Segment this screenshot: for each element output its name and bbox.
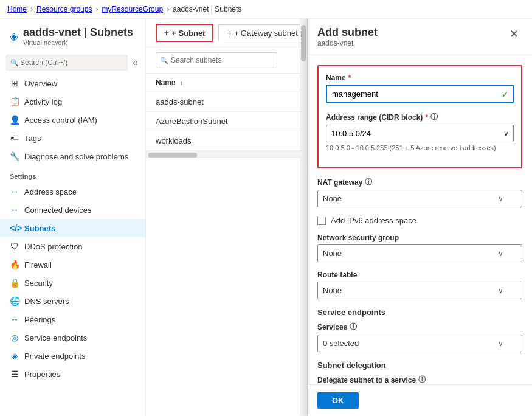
sidebar-item-firewall-label: Firewall [24, 260, 52, 269]
sidebar-item-tags[interactable]: 🏷 Tags [0, 129, 145, 147]
sidebar-item-connected-devices[interactable]: ↔ Connected devices [0, 201, 145, 219]
ok-button[interactable]: OK [317, 392, 359, 409]
breadcrumb: Home › Resource groups › myResourceGroup… [0, 0, 532, 19]
panel-body: Name * ✓ Address range (CIDR block) [308, 55, 532, 384]
panel-title: Add subnet [317, 26, 378, 39]
subnets-icon: </> [10, 223, 19, 233]
name-label: Name * [326, 74, 514, 82]
nat-gateway-info-icon[interactable]: ⓘ [365, 177, 372, 187]
sidebar-item-dns-label: DNS servers [24, 297, 69, 306]
sidebar-item-firewall[interactable]: 🔥 Firewall [0, 255, 145, 274]
add-gateway-icon: + [226, 28, 231, 38]
delegate-info-icon[interactable]: ⓘ [418, 375, 426, 384]
breadcrumb-resource-groups[interactable]: Resource groups [36, 5, 92, 13]
table-search-input[interactable] [156, 52, 277, 68]
sidebar-item-diagnose-label: Diagnose and solve problems [24, 152, 128, 161]
connected-devices-icon: ↔ [10, 205, 19, 215]
add-subnet-panel: Add subnet aadds-vnet ✕ Name * [307, 19, 532, 416]
add-subnet-label: + Subnet [171, 29, 205, 38]
content-area: + + Subnet + + Gateway subnet ↺ 🔍 [146, 19, 532, 416]
address-range-field-group: Address range (CIDR block) * ⓘ ∨ 10.0.5.… [326, 112, 514, 151]
tags-icon: 🏷 [10, 133, 19, 143]
firewall-icon: 🔥 [10, 260, 19, 269]
services-label: Services ⓘ [317, 322, 522, 332]
panel-header: Add subnet aadds-vnet ✕ [308, 19, 532, 55]
services-info-icon[interactable]: ⓘ [350, 322, 357, 332]
table-search-icon: 🔍 [160, 57, 168, 64]
address-range-info-icon[interactable]: ⓘ [430, 112, 438, 122]
nat-gateway-value: None [323, 194, 342, 203]
sidebar-item-address-space-label: Address space [24, 187, 77, 196]
ipv6-checkbox-row: Add IPv6 address space [317, 216, 522, 225]
sidebar-item-address-space[interactable]: ↔ Address space [0, 182, 145, 201]
route-table-field-group: Route table None ∨ [317, 271, 522, 299]
sidebar-title: aadds-vnet | Subnets [23, 26, 133, 39]
properties-icon: ☰ [10, 369, 19, 379]
nsg-dropdown-arrow: ∨ [498, 249, 503, 258]
route-table-label: Route table [317, 271, 522, 279]
sidebar-item-subnets-label: Subnets [24, 224, 55, 233]
route-table-value: None [323, 286, 342, 295]
add-subnet-icon: + [164, 28, 169, 38]
address-range-hint: 10.0.5.0 - 10.0.5.255 (251 + 5 Azure res… [326, 144, 514, 151]
sidebar-item-connected-devices-label: Connected devices [24, 206, 92, 215]
sidebar-item-service-endpoints-label: Service endpoints [24, 333, 87, 342]
sidebar-item-private-endpoints[interactable]: ◈ Private endpoints [0, 347, 145, 365]
sort-name-icon: ↕ [180, 80, 183, 86]
main-layout: ◈ aadds-vnet | Subnets Virtual network 🔍… [0, 19, 532, 416]
panel-close-button[interactable]: ✕ [506, 26, 522, 42]
ddos-icon: 🛡 [10, 241, 19, 251]
services-dropdown[interactable]: 0 selected ∨ [317, 335, 522, 352]
sidebar-item-properties[interactable]: ☰ Properties [0, 365, 145, 383]
dns-icon: 🌐 [10, 296, 19, 306]
nsg-field-group: Network security group None ∨ [317, 234, 522, 262]
sidebar: ◈ aadds-vnet | Subnets Virtual network 🔍… [0, 19, 146, 416]
delegate-label: Delegate subnet to a service ⓘ [317, 375, 522, 384]
route-table-dropdown[interactable]: None ∨ [317, 282, 522, 299]
sidebar-collapse-button[interactable]: « [130, 55, 140, 71]
sidebar-item-activity-log[interactable]: 📋 Activity log [0, 92, 145, 111]
add-subnet-button[interactable]: + + Subnet [156, 24, 213, 42]
add-gateway-subnet-button[interactable]: + + Gateway subnet [218, 24, 305, 41]
sidebar-item-access-control-label: Access control (IAM) [24, 116, 97, 125]
sidebar-item-peerings[interactable]: ↔ Peerings [0, 310, 145, 328]
address-range-input[interactable] [326, 125, 514, 142]
access-control-icon: 👤 [10, 115, 19, 125]
panel-subtitle: aadds-vnet [317, 39, 378, 47]
sidebar-item-subnets[interactable]: </> Subnets [0, 219, 145, 237]
sidebar-item-security[interactable]: 🔒 Security [0, 274, 145, 292]
sidebar-item-tags-label: Tags [24, 134, 41, 143]
name-field-group: Name * ✓ [326, 74, 514, 103]
sidebar-item-service-endpoints[interactable]: ◎ Service endpoints [0, 328, 145, 347]
vnet-icon: ◈ [10, 30, 18, 43]
settings-section-label: Settings [0, 165, 145, 182]
private-endpoints-icon: ◈ [10, 351, 19, 361]
ipv6-checkbox[interactable] [317, 217, 326, 225]
sidebar-item-diagnose[interactable]: 🔧 Diagnose and solve problems [0, 147, 145, 165]
nsg-value: None [323, 249, 342, 258]
sidebar-item-dns[interactable]: 🌐 DNS servers [0, 292, 145, 310]
nat-gateway-label: NAT gateway ⓘ [317, 177, 522, 187]
subnet-delegation-field-group: Subnet delegation Delegate subnet to a s… [317, 361, 522, 384]
sidebar-search-icon: 🔍 [10, 59, 19, 67]
ipv6-label: Add IPv6 address space [331, 216, 416, 225]
horizontal-scrollbar-thumb [148, 153, 197, 158]
service-endpoints-section-label: Service endpoints [317, 308, 522, 317]
name-input[interactable] [326, 85, 514, 103]
address-range-dropdown-icon: ∨ [503, 130, 509, 138]
subnet-delegation-section-label: Subnet delegation [317, 361, 522, 370]
breadcrumb-home[interactable]: Home [7, 5, 27, 13]
nsg-dropdown[interactable]: None ∨ [317, 244, 522, 262]
sidebar-item-activity-log-label: Activity log [24, 97, 62, 106]
sidebar-item-ddos[interactable]: 🛡 DDoS protection [0, 237, 145, 255]
breadcrumb-my-resource-group[interactable]: myResourceGroup [102, 5, 163, 13]
activity-log-icon: 📋 [10, 97, 19, 106]
sidebar-item-overview[interactable]: ⊞ Overview [0, 74, 145, 92]
panel-footer: OK [308, 384, 532, 416]
nat-gateway-dropdown[interactable]: None ∨ [317, 190, 522, 207]
vertical-scrollbar[interactable] [300, 19, 307, 416]
sidebar-search-input[interactable] [6, 55, 128, 71]
sidebar-header: ◈ aadds-vnet | Subnets Virtual network [0, 19, 145, 51]
address-range-label: Address range (CIDR block) * ⓘ [326, 112, 514, 122]
sidebar-item-access-control[interactable]: 👤 Access control (IAM) [0, 111, 145, 129]
